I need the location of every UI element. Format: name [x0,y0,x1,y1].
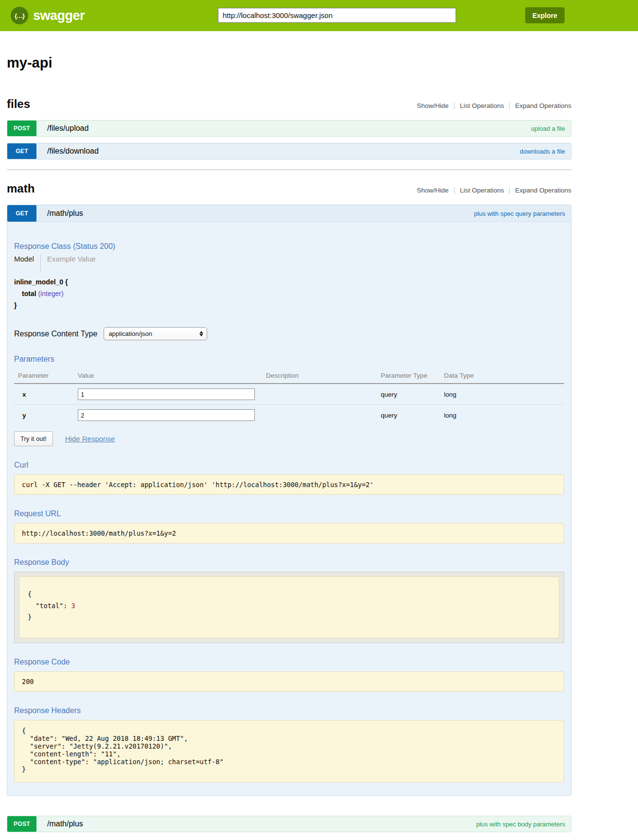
files-expand-operations-link[interactable]: Expand Operations [515,102,571,109]
col-parameter: Parameter [14,368,78,384]
operation-path-link[interactable]: /files/download [47,147,99,156]
parameter-type: query [381,405,444,426]
model-tabs: Model Example Value [14,254,564,271]
json-text: } [28,613,32,621]
parameters-header-row: Parameter Value Description Parameter Ty… [14,368,564,384]
try-it-out-button[interactable]: Try it out! [14,431,53,446]
hide-response-link[interactable]: Hide Response [65,435,115,443]
property-name: total [22,290,36,298]
model-property: total (integer) [22,290,564,298]
operation-post-math-plus[interactable]: POST /math/plus plus with spec body para… [7,816,571,832]
swagger-header-bar: {…} swagger Explore [0,0,638,31]
math-expand-operations-link[interactable]: Expand Operations [515,187,571,194]
response-headers-heading: Response Headers [14,706,564,715]
response-headers-block: { "date": "Wed, 22 Aug 2018 18:49:13 GMT… [14,720,564,783]
response-body-json: { "total": 3 } [19,577,559,638]
operation-panel-get-math-plus: GET /math/plus plus with spec query para… [7,205,571,796]
parameter-row-x: x query long [14,384,564,405]
operation-details: Response Class (Status 200) Model Exampl… [7,242,571,795]
parameter-name: x [14,384,78,405]
explore-button[interactable]: Explore [525,7,565,23]
separator [509,187,510,194]
api-title: my-api [7,55,571,71]
math-section-header: math Show/Hide List Operations Expand Op… [7,182,571,195]
operation-path-link[interactable]: /math/plus [47,820,83,828]
get-method-badge: GET [7,143,36,159]
files-section-header: files Show/Hide List Operations Expand O… [7,97,571,111]
parameter-y-input[interactable] [78,409,255,421]
model-name: inline_model_0 { [14,278,564,286]
col-value: Value [78,368,266,384]
math-show-hide-link[interactable]: Show/Hide [417,187,448,194]
swagger-logo[interactable]: {…} swagger [11,7,85,24]
math-list-operations-link[interactable]: List Operations [460,187,504,194]
separator [509,103,510,109]
tab-model[interactable]: Model [14,254,34,263]
operation-summary-link[interactable]: upload a file [531,125,565,132]
property-type: (integer) [38,290,63,298]
parameter-row-y: y query long [14,405,564,426]
parameter-data-type: long [444,384,564,405]
parameter-name: y [14,405,78,426]
response-content-type-label: Response Content Type [14,330,97,338]
curl-command-block: curl -X GET --header 'Accept: applicatio… [14,474,564,495]
tab-example-value[interactable]: Example Value [47,254,96,263]
model-closing-brace: } [14,301,564,309]
separator [454,103,455,109]
operation-path-link[interactable]: /files/upload [47,124,89,133]
col-description: Description [266,368,381,384]
model-signature: inline_model_0 { total (integer) } [14,278,564,309]
get-method-badge: GET [7,205,36,222]
try-it-out-row: Try it out! Hide Response [14,431,564,446]
swagger-brand-text: swagger [33,8,85,23]
files-show-hide-link[interactable]: Show/Hide [417,102,448,109]
col-parameter-type: Parameter Type [381,368,444,384]
response-code-heading: Response Code [14,658,564,666]
parameter-description [266,405,381,426]
response-code-block: 200 [14,671,564,692]
response-content-type-row: Response Content Type application/json [14,327,564,340]
response-body-container: { "total": 3 } [14,572,564,643]
response-content-type-select[interactable]: application/json [104,327,207,340]
files-section-controls: Show/Hide List Operations Expand Operati… [417,102,571,109]
section-divider [7,169,571,170]
response-class-heading: Response Class (Status 200) [14,242,564,251]
response-body-heading: Response Body [14,558,564,567]
operation-summary-link[interactable]: plus with spec body parameters [476,821,565,828]
parameter-type: query [381,384,444,405]
request-url-block: http://localhost:3000/math/plus?x=1&y=2 [14,523,564,543]
math-section-title: math [7,182,35,195]
operation-get-math-plus-header[interactable]: GET /math/plus plus with spec query para… [7,205,571,222]
parameters-table: Parameter Value Description Parameter Ty… [14,368,564,425]
operation-get-files-download[interactable]: GET /files/download downloads a file [7,143,571,159]
parameter-data-type: long [444,405,564,426]
json-number-value: 3 [71,602,75,610]
separator [454,187,455,194]
operation-summary-link[interactable]: downloads a file [520,148,565,155]
post-method-badge: POST [7,121,36,136]
main-content: my-api files Show/Hide List Operations E… [7,55,571,832]
operation-post-files-upload[interactable]: POST /files/upload upload a file [7,120,571,137]
json-text: { "total": [28,590,71,610]
select-arrows-icon [199,331,203,336]
spec-url-input[interactable] [218,8,456,23]
parameters-heading: Parameters [14,355,564,364]
math-section-controls: Show/Hide List Operations Expand Operati… [417,187,571,194]
selected-content-type: application/json [108,330,152,337]
request-url-heading: Request URL [14,509,564,518]
separator [40,254,41,271]
curl-heading: Curl [14,461,564,470]
operation-path-link[interactable]: /math/plus [47,209,83,218]
swagger-logo-icon: {…} [11,7,28,24]
operation-summary-link[interactable]: plus with spec query parameters [474,210,565,217]
col-data-type: Data Type [444,368,564,384]
post-method-badge: POST [7,816,36,832]
files-section-title: files [7,97,30,111]
files-list-operations-link[interactable]: List Operations [460,102,504,109]
parameter-description [266,384,381,405]
parameter-x-input[interactable] [78,388,255,400]
